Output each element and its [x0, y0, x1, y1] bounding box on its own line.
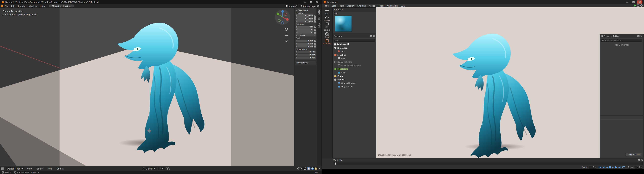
outliner-item-root-bone[interactable]: root — [333, 50, 376, 53]
location-y-field[interactable]: Y0.00000 — [296, 17, 316, 20]
speed-spinner[interactable] — [641, 166, 642, 168]
lock-icon[interactable] — [314, 20, 316, 23]
float-panel-icon[interactable] — [637, 35, 639, 37]
outliner-item-ground-plane[interactable]: Ground Plane — [333, 81, 376, 85]
stop-button[interactable] — [609, 167, 611, 168]
pivot-option-icon[interactable] — [326, 29, 328, 31]
dimensions-z-field[interactable]: Z9.508 — [296, 56, 316, 59]
location-z-field[interactable]: Z0.00000 — [296, 20, 316, 23]
outliner-item-skeleton[interactable]: Skeleton — [333, 46, 376, 50]
maximize-button[interactable] — [631, 0, 636, 4]
scale-z-field[interactable]: Z0.100 — [296, 45, 316, 48]
pivot-option-icon[interactable] — [324, 29, 326, 31]
maximize-button[interactable] — [308, 0, 314, 4]
rotate-tool-button[interactable]: Rotate — [324, 16, 330, 21]
scale-y-field[interactable]: Y0.100 — [296, 42, 316, 45]
property-editor-header[interactable]: Property Editor — [600, 34, 643, 38]
location-x-field[interactable]: X0.00000 — [296, 14, 316, 17]
close-button[interactable] — [637, 0, 642, 4]
menu-shading[interactable]: Shading — [356, 4, 368, 7]
menu-file[interactable]: File — [324, 4, 330, 7]
speed-counter[interactable] — [635, 166, 642, 169]
float-panel-icon[interactable] — [638, 159, 640, 161]
menu-view[interactable]: View — [26, 167, 34, 170]
menu-lod[interactable]: LOD — [399, 4, 406, 7]
outliner-item-null-collision-item[interactable]: NULL collision item — [333, 64, 376, 67]
dimensions-x-field[interactable]: X14.545 — [296, 51, 316, 53]
snap-dropdown[interactable] — [158, 167, 164, 170]
material-thumbnail[interactable] — [335, 15, 352, 32]
blender-menu-icon[interactable] — [1, 5, 3, 7]
camera-view-button[interactable] — [284, 39, 289, 43]
close-panel-icon[interactable] — [641, 159, 643, 161]
outliner-item-test-mesh[interactable]: test — [333, 57, 376, 60]
jump-to-start-button[interactable] — [599, 166, 602, 168]
proportional-edit-icon[interactable] — [166, 167, 168, 170]
play-reverse-button[interactable] — [606, 167, 608, 168]
sidebar-tab-view[interactable]: View — [318, 22, 320, 29]
speed-input[interactable] — [636, 166, 640, 168]
play-button[interactable] — [612, 167, 614, 168]
lock-icon[interactable] — [314, 26, 316, 28]
lock-icon[interactable] — [314, 45, 316, 48]
properties-header[interactable]: Properties — [295, 61, 316, 64]
dimensions-y-field[interactable]: Y15.043 — [296, 54, 316, 56]
menu-window[interactable]: Window — [27, 5, 38, 7]
mute-tool-button[interactable]: Mute — [325, 32, 329, 38]
view-navigation-gizmo[interactable] — [274, 9, 291, 25]
menu-display[interactable]: Display — [345, 4, 356, 7]
wireframe-shading-icon[interactable] — [304, 167, 306, 170]
outliner-item-meshes[interactable]: Meshes — [333, 53, 376, 57]
frame-counter[interactable] — [589, 166, 596, 169]
jump-to-end-button[interactable] — [619, 166, 621, 168]
scale-tool-button[interactable]: Scale — [325, 23, 329, 28]
float-panel-icon[interactable] — [370, 35, 372, 37]
material-name[interactable]: test — [333, 11, 376, 14]
blender-titlebar[interactable]: Blender* [E:\Users\Ben\Documents\Blender… — [0, 0, 322, 4]
sidebar-tab-item[interactable]: Item — [318, 8, 320, 15]
gear-icon[interactable] — [640, 4, 642, 6]
pivot-option-icon[interactable] — [328, 29, 330, 31]
copy-window-button[interactable]: Copy Window — [626, 153, 642, 157]
menu-select[interactable]: Select — [36, 167, 45, 170]
frame-input[interactable] — [590, 166, 594, 168]
unlink-icon[interactable] — [317, 5, 319, 7]
menu-animation[interactable]: Animation — [386, 4, 399, 7]
outliner-item-files[interactable]: Files — [333, 74, 376, 78]
outliner-item-test-vmdl[interactable]: test.vmdl — [333, 42, 376, 46]
chevron-down-icon[interactable] — [319, 168, 320, 169]
close-button[interactable] — [314, 0, 320, 4]
menu-edit[interactable]: Edit — [10, 5, 17, 7]
menu-edit[interactable]: Edit — [330, 4, 337, 7]
solid-shading-active[interactable] — [308, 167, 310, 170]
pan-tool-button[interactable] — [284, 33, 289, 37]
materials-panel-header[interactable]: Materials — [333, 8, 376, 11]
minimize-button[interactable] — [302, 0, 308, 4]
step-forward-button[interactable] — [615, 166, 618, 168]
move-tool-button[interactable]: Move — [325, 8, 329, 15]
scene-selector[interactable]: Scene — [284, 4, 298, 7]
rotation-z-field[interactable]: Z0° — [296, 31, 316, 34]
close-panel-icon[interactable] — [373, 35, 375, 37]
menu-asset[interactable]: Asset — [368, 4, 376, 7]
rotation-mode-dropdown[interactable]: XYZ Euler — [296, 34, 316, 37]
rendered-shading-icon[interactable] — [314, 167, 317, 170]
blender-3d-viewport[interactable]: Camera Perspective (2) Collection 1 | mo… — [0, 8, 294, 166]
close-panel-icon[interactable] — [640, 35, 642, 37]
outliner-item-scene[interactable]: Scene — [333, 78, 376, 81]
lock-icon[interactable] — [314, 28, 316, 31]
minimize-button[interactable] — [625, 0, 630, 4]
menu-add[interactable]: Add — [46, 167, 54, 170]
editor-type-icon[interactable] — [1, 167, 4, 170]
outliner-item-test-material[interactable]: test — [333, 71, 376, 74]
sidebar-tab-tool[interactable]: Tool — [318, 16, 320, 22]
timeline-track[interactable] — [334, 162, 643, 165]
lock-icon[interactable] — [314, 17, 316, 20]
panel-splitter[interactable] — [600, 115, 643, 116]
grid-icon[interactable] — [637, 4, 639, 6]
overlays-toggle-icon[interactable] — [297, 167, 300, 170]
lock-icon[interactable] — [314, 40, 316, 42]
frame-spinner[interactable] — [594, 166, 595, 168]
engine-status-icon[interactable] — [634, 4, 636, 6]
outliner-item-materials[interactable]: Materials — [333, 67, 376, 71]
